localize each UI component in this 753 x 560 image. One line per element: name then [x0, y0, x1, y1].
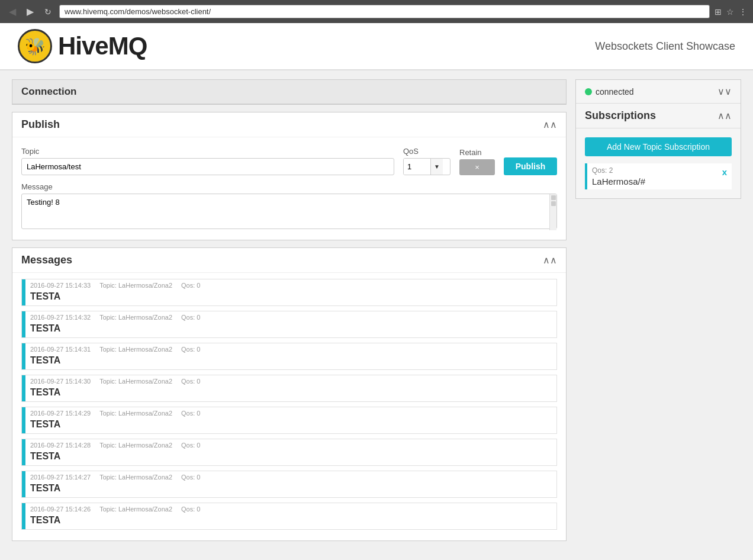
message-qos: Qos: 0 — [181, 410, 200, 417]
message-timestamp: 2016-09-27 15:14:31 — [30, 346, 91, 353]
message-qos: Qos: 0 — [181, 378, 200, 385]
logo-text: HiveMQ — [58, 32, 147, 60]
message-timestamp: 2016-09-27 15:14:26 — [30, 506, 91, 513]
message-timestamp: 2016-09-27 15:14:29 — [30, 410, 91, 417]
qos-select-wrapper: ▼ — [403, 158, 450, 175]
scrollbar-indicator — [549, 194, 556, 230]
message-content: 2016-09-27 15:14:28 Topic: LaHermosa/Zon… — [25, 439, 556, 465]
message-topic: Topic: LaHermosa/Zona2 — [99, 442, 172, 449]
message-qos: Qos: 0 — [181, 474, 200, 481]
publish-body: Topic QoS ▼ Retain × — [12, 137, 566, 240]
messages-collapse-button[interactable]: ∧∧ — [543, 255, 557, 266]
messages-list: 2016-09-27 15:14:33 Topic: LaHermosa/Zon… — [12, 273, 566, 540]
message-label: Message — [21, 182, 557, 191]
message-item: 2016-09-27 15:14:30 Topic: LaHermosa/Zon… — [21, 375, 557, 402]
message-body: TESTA — [30, 450, 552, 463]
qos-label: QoS — [403, 147, 450, 156]
message-meta: 2016-09-27 15:14:28 Topic: LaHermosa/Zon… — [30, 442, 552, 449]
message-item: 2016-09-27 15:14:27 Topic: LaHermosa/Zon… — [21, 471, 557, 498]
subscriptions-collapse-button[interactable]: ∧∧ — [717, 110, 732, 121]
message-topic: Topic: LaHermosa/Zona2 — [99, 410, 172, 417]
message-content: 2016-09-27 15:14:31 Topic: LaHermosa/Zon… — [25, 343, 556, 369]
message-textarea[interactable]: Testing! 8 — [21, 194, 557, 229]
message-qos: Qos: 0 — [181, 346, 200, 353]
message-body: TESTA — [30, 386, 552, 399]
publish-collapse-button[interactable]: ∧∧ — [543, 119, 557, 130]
message-content: 2016-09-27 15:14:33 Topic: LaHermosa/Zon… — [25, 279, 556, 305]
message-qos: Qos: 0 — [181, 282, 200, 289]
message-qos: Qos: 0 — [181, 442, 200, 449]
subscriptions-body: Add New Topic Subscription Qos: 2 LaHerm… — [576, 128, 741, 198]
connection-header: Connection — [12, 80, 566, 104]
bee-emoji: 🐝 — [25, 37, 46, 56]
browser-chrome: ◀ ▶ ↻ www.hivemq.com/demos/websocket-cli… — [0, 0, 753, 23]
message-timestamp: 2016-09-27 15:14:28 — [30, 442, 91, 449]
logo-bee-icon: 🐝 — [18, 29, 52, 63]
messages-header: Messages ∧∧ — [12, 248, 566, 273]
message-body: TESTA — [30, 418, 552, 431]
right-panel: connected ∨∨ Subscriptions ∧∧ Add New To… — [575, 79, 741, 541]
publish-button[interactable]: Publish — [504, 157, 557, 175]
message-content: 2016-09-27 15:14:26 Topic: LaHermosa/Zon… — [25, 503, 556, 529]
message-body: TESTA — [30, 354, 552, 367]
back-button[interactable]: ◀ — [6, 5, 19, 18]
messages-title: Messages — [21, 254, 72, 266]
message-timestamp: 2016-09-27 15:14:32 — [30, 314, 91, 321]
menu-icon[interactable]: ⋮ — [739, 7, 747, 17]
message-body: TESTA — [30, 482, 552, 495]
message-content: 2016-09-27 15:14:30 Topic: LaHermosa/Zon… — [25, 375, 556, 401]
status-dot-icon — [585, 88, 592, 95]
message-meta: 2016-09-27 15:14:33 Topic: LaHermosa/Zon… — [30, 282, 552, 289]
main-layout: Connection Publish ∧∧ Topic QoS — [0, 70, 753, 550]
qos-dropdown-btn[interactable]: ▼ — [430, 159, 443, 175]
subscription-item: Qos: 2 LaHermosa/# x — [585, 163, 732, 189]
message-item: 2016-09-27 15:14:26 Topic: LaHermosa/Zon… — [21, 503, 557, 530]
publish-title: Publish — [21, 118, 60, 131]
message-content: 2016-09-27 15:14:32 Topic: LaHermosa/Zon… — [25, 311, 556, 337]
subscriptions-panel: connected ∨∨ Subscriptions ∧∧ Add New To… — [575, 79, 741, 199]
message-item: 2016-09-27 15:14:28 Topic: LaHermosa/Zon… — [21, 439, 557, 466]
message-item: 2016-09-27 15:14:29 Topic: LaHermosa/Zon… — [21, 407, 557, 434]
reload-button[interactable]: ↻ — [41, 6, 54, 18]
url-gray: www.hivemq.com — [65, 7, 124, 16]
site-subtitle: Websockets Client Showcase — [595, 40, 735, 53]
url-path: /demos/websocket-client/ — [124, 7, 211, 16]
message-meta: 2016-09-27 15:14:29 Topic: LaHermosa/Zon… — [30, 410, 552, 417]
connection-section: Connection — [12, 79, 567, 105]
subscription-qos: Qos: 2 — [592, 166, 727, 175]
site-header: 🐝 HiveMQ Websockets Client Showcase — [0, 23, 753, 70]
retain-label: Retain — [459, 148, 495, 157]
retain-x-button[interactable]: × — [459, 159, 495, 175]
message-qos: Qos: 0 — [181, 314, 200, 321]
message-body: TESTA — [30, 290, 552, 303]
topic-input[interactable] — [21, 158, 394, 175]
logo-container: 🐝 HiveMQ — [18, 29, 147, 63]
topic-label: Topic — [21, 147, 394, 156]
address-bar[interactable]: www.hivemq.com/demos/websocket-client/ — [59, 5, 710, 18]
message-meta: 2016-09-27 15:14:26 Topic: LaHermosa/Zon… — [30, 506, 552, 513]
message-topic: Topic: LaHermosa/Zona2 — [99, 314, 172, 321]
publish-section-header: Publish ∧∧ — [12, 112, 566, 137]
message-item: 2016-09-27 15:14:33 Topic: LaHermosa/Zon… — [21, 279, 557, 306]
translate-icon: ⊞ — [715, 7, 722, 17]
subscription-close-button[interactable]: x — [722, 167, 727, 177]
connection-title: Connection — [21, 86, 77, 97]
forward-button[interactable]: ▶ — [24, 5, 37, 18]
retain-group: Retain × — [459, 148, 495, 175]
message-topic: Topic: LaHermosa/Zona2 — [99, 346, 172, 353]
message-content: 2016-09-27 15:14:29 Topic: LaHermosa/Zon… — [25, 407, 556, 433]
add-subscription-button[interactable]: Add New Topic Subscription — [585, 137, 732, 156]
qos-group: QoS ▼ — [403, 147, 450, 175]
status-indicator: connected — [585, 87, 634, 96]
browser-icons: ⊞ ☆ ⋮ — [715, 7, 747, 17]
publish-section: Publish ∧∧ Topic QoS ▼ — [12, 112, 567, 240]
status-text: connected — [596, 87, 634, 96]
star-icon[interactable]: ☆ — [726, 7, 734, 17]
message-body: TESTA — [30, 322, 552, 335]
message-topic: Topic: LaHermosa/Zona2 — [99, 282, 172, 289]
message-topic: Topic: LaHermosa/Zona2 — [99, 506, 172, 513]
message-topic: Topic: LaHermosa/Zona2 — [99, 474, 172, 481]
status-collapse-button[interactable]: ∨∨ — [717, 86, 732, 97]
message-meta: 2016-09-27 15:14:27 Topic: LaHermosa/Zon… — [30, 474, 552, 481]
qos-input[interactable] — [404, 159, 430, 175]
